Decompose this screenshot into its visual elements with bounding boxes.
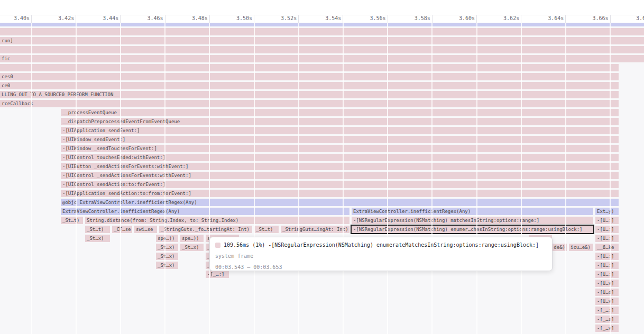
- tooltip-frame-kind: system frame: [215, 252, 547, 261]
- flame-bar-label: spe…)): [180, 235, 204, 242]
- flame-bar[interactable]: -[_…:]: [595, 307, 619, 314]
- flame-bar[interactable]: spe…)): [156, 235, 178, 242]
- time-tick-label: 3.58s: [399, 15, 430, 22]
- time-tick-label: 3.50s: [220, 15, 252, 22]
- time-tick-label: 3.62s: [487, 15, 519, 22]
- time-profiler-flame-chart: 3.40s3.42s3.44s3.46s3.48s3.50s3.52s3.54s…: [0, 0, 644, 334]
- gridline: [31, 23, 32, 334]
- flame-bar-label: run]: [0, 37, 644, 44]
- tooltip-time-range: 00:03.543 — 00:03.653: [215, 263, 547, 272]
- flame-bar-label: -[U…:]: [595, 226, 619, 233]
- flame-bar[interactable]: _St…t): [61, 217, 83, 224]
- flame-bar[interactable]: _St…t): [254, 226, 279, 233]
- flame-bar[interactable]: -[UIApplication sendEvent:]: [61, 127, 619, 134]
- flame-bar-label: _StringGuts._fo…tartingAt: Int): [159, 226, 252, 233]
- flame-bar[interactable]: -[UIButton _sendActionsForEvents:withEve…: [61, 163, 619, 170]
- flame-bar[interactable]: ce0: [0, 82, 619, 89]
- flame-bar[interactable]: _StringGuts._fo…tartingAt: Int): [159, 226, 252, 233]
- time-tick-label: 3.56s: [354, 15, 386, 22]
- flame-bar[interactable]: _St…x): [156, 244, 178, 251]
- flame-bar[interactable]: LLING_OUT_TO_A_SOURCE0_PERFORM_FUNCTION_…: [0, 91, 619, 98]
- flame-bar-label: -[U…:]: [595, 217, 619, 224]
- flame-bar[interactable]: __processEventQueue: [61, 109, 619, 116]
- time-tick-label: 3.44s: [87, 15, 118, 22]
- gridline: [120, 23, 121, 334]
- flame-bar[interactable]: [0, 64, 619, 71]
- flame-bar-label: swi…se: [134, 226, 157, 233]
- flame-bar[interactable]: -[UIWindow _sendTouchesForEvent:]: [61, 145, 619, 152]
- flame-bar[interactable]: _St…x): [85, 235, 110, 242]
- flame-bar[interactable]: -[UIControl touchesEnded:withEvent:]: [61, 154, 619, 161]
- flame-bar[interactable]: Ext…y): [595, 208, 619, 215]
- flame-bar-label: _St…x): [156, 262, 178, 269]
- flame-bar[interactable]: -[UIControl sendAction:to:forEvent:]: [61, 181, 619, 188]
- flame-bar[interactable]: -[UIControl _sendActionsForEvents:withEv…: [61, 172, 619, 179]
- flame-bar[interactable]: _StringGuts…ingAt: Int): [281, 226, 349, 233]
- flame-bar[interactable]: __dispatchPreprocessedEventFromEventQueu…: [61, 118, 619, 125]
- gridline: [610, 23, 611, 334]
- flame-bar[interactable]: @objc ExtraViewController.inefficientReg…: [61, 199, 619, 206]
- flame-bar[interactable]: fic: [0, 55, 644, 62]
- gridline: [521, 23, 522, 334]
- flame-bar[interactable]: _CF…se: [112, 226, 132, 233]
- flame-bar-label: -[U…:]: [595, 271, 619, 278]
- flame-bar[interactable]: swi…se: [134, 226, 157, 233]
- flame-bar-label: -[UIControl touchesEnded:withEvent:]: [61, 154, 619, 161]
- flame-bar[interactable]: -[U…:]: [595, 226, 619, 233]
- flame-bar-label: rceCallback: [0, 100, 619, 107]
- flame-bar[interactable]: [0, 28, 644, 35]
- flame-bar-label: Ext…y): [595, 208, 619, 215]
- flame-bar[interactable]: -[_…s]: [595, 316, 619, 323]
- gridline: [164, 23, 165, 334]
- flame-bar[interactable]: ExtraViewController.inefficientRegex(Any…: [61, 208, 349, 215]
- flame-bar[interactable]: icu…e&): [569, 244, 593, 251]
- tick-mark: [388, 15, 388, 23]
- flame-bar[interactable]: _St…x): [180, 244, 204, 251]
- flame-bar[interactable]: _St…t): [85, 226, 110, 233]
- flame-bar-label: ExtraViewController.inefficientRegex(Any…: [61, 208, 349, 215]
- flame-bar-label: String.distance(from: String.Index, to: …: [85, 217, 349, 224]
- flame-bar-label: -[_…v]: [595, 324, 619, 332]
- flame-bar[interactable]: -[U…:]: [595, 271, 619, 278]
- flame-bar[interactable]: -[U…v]: [595, 280, 619, 287]
- flame-bar[interactable]: String.distance(from: String.Index, to: …: [85, 217, 349, 224]
- flame-bar[interactable]: -[UIApplication sendAction:to:from:forEv…: [61, 190, 619, 197]
- tick-mark: [209, 15, 210, 23]
- flame-bar[interactable]: -[U…v]: [595, 298, 619, 305]
- flame-bar[interactable]: spe…)): [180, 235, 204, 242]
- flame-bar-label: -[_…s]: [595, 316, 619, 323]
- flame-bar-label: _St…t): [254, 226, 279, 233]
- flame-bar-label: _St…t): [61, 217, 83, 224]
- flame-bar-label: __processEventQueue: [61, 109, 619, 116]
- flame-bar[interactable]: [0, 46, 644, 53]
- top-activity-band[interactable]: [0, 23, 644, 26]
- flame-bar[interactable]: -[U…:]: [595, 253, 619, 260]
- flame-bar-label: -[U…d]: [595, 289, 619, 296]
- flame-bar-label: -[UIWindow sendEvent:]: [61, 136, 619, 143]
- flame-bar[interactable]: _St…x): [156, 253, 178, 260]
- flame-bar[interactable]: __6…ke: [595, 244, 619, 251]
- flame-bar-label: _St…x): [156, 244, 178, 251]
- flame-bar[interactable]: run]: [0, 37, 644, 44]
- flame-bar[interactable]: _St…x): [156, 262, 178, 269]
- flame-bar[interactable]: -[_…v]: [595, 324, 619, 332]
- flame-bar[interactable]: -[U…:]: [595, 235, 619, 242]
- time-tick-label: 3.66s: [577, 15, 609, 22]
- flame-bar[interactable]: -[U…:]: [595, 217, 619, 224]
- time-tick-label: 3.64s: [532, 15, 564, 22]
- gridline: [76, 23, 77, 334]
- flame-bar[interactable]: -[U…:]: [595, 262, 619, 269]
- flame-bar[interactable]: -[U…d]: [595, 289, 619, 296]
- tick-mark: [165, 15, 165, 23]
- flame-bar-label: __dispatchPreprocessedEventFromEventQueu…: [61, 118, 619, 125]
- flame-bar-label: _St…t): [85, 226, 110, 233]
- tick-mark: [343, 15, 343, 23]
- flame-bar-label: spe…)): [156, 235, 178, 242]
- flame-bar[interactable]: -[UIWindow sendEvent:]: [61, 136, 619, 143]
- gridline: [565, 23, 566, 334]
- flame-bar-label: -[UIApplication sendAction:to:from:forEv…: [61, 190, 619, 197]
- flame-bar[interactable]: rceCallback: [0, 100, 619, 107]
- flame-bar[interactable]: ces0: [0, 73, 619, 80]
- gridline: [254, 23, 255, 334]
- frame-color-swatch-icon: [215, 243, 220, 248]
